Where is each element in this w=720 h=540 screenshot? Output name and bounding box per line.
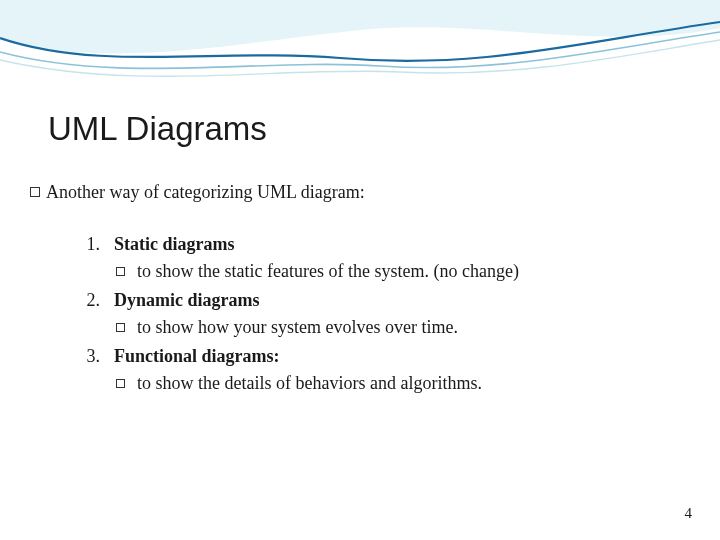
item-description: to show how your system evolves over tim… — [137, 317, 458, 337]
intro-text: Another way of categorizing UML diagram: — [46, 182, 365, 202]
item-number: 1. — [78, 231, 100, 258]
list-item: 3.Functional diagrams: to show the detai… — [78, 343, 680, 397]
item-number: 2. — [78, 287, 100, 314]
item-number: 3. — [78, 343, 100, 370]
square-bullet-icon — [30, 187, 40, 197]
numbered-list: 1.Static diagrams to show the static fea… — [30, 231, 680, 397]
intro-line: Another way of categorizing UML diagram: — [30, 182, 680, 203]
item-heading-line: 2.Dynamic diagrams — [78, 287, 680, 314]
item-heading-line: 1.Static diagrams — [78, 231, 680, 258]
page-number: 4 — [685, 505, 693, 522]
item-description-line: to show the static features of the syste… — [78, 258, 680, 285]
list-item: 1.Static diagrams to show the static fea… — [78, 231, 680, 285]
item-heading: Functional diagrams: — [114, 346, 280, 366]
item-heading-line: 3.Functional diagrams: — [78, 343, 680, 370]
square-bullet-icon — [116, 267, 125, 276]
item-description-line: to show how your system evolves over tim… — [78, 314, 680, 341]
item-description: to show the static features of the syste… — [137, 261, 519, 281]
slide-content: Another way of categorizing UML diagram:… — [30, 182, 680, 399]
item-heading: Static diagrams — [114, 234, 235, 254]
list-item: 2.Dynamic diagrams to show how your syst… — [78, 287, 680, 341]
item-description-line: to show the details of behaviors and alg… — [78, 370, 680, 397]
slide-title: UML Diagrams — [48, 110, 267, 148]
wave-decoration — [0, 0, 720, 110]
item-heading: Dynamic diagrams — [114, 290, 260, 310]
item-description: to show the details of behaviors and alg… — [137, 373, 482, 393]
square-bullet-icon — [116, 379, 125, 388]
slide: UML Diagrams Another way of categorizing… — [0, 0, 720, 540]
square-bullet-icon — [116, 323, 125, 332]
